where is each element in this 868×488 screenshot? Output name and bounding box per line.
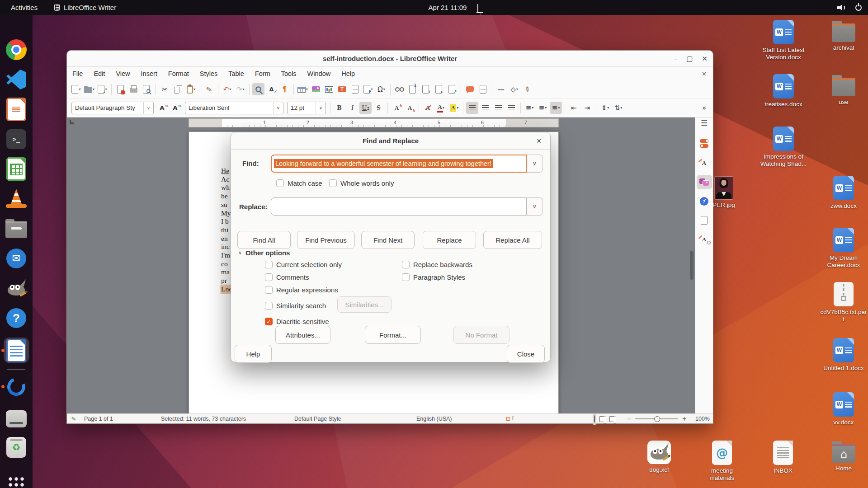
italic-button[interactable]: I [346, 102, 359, 114]
desktop-icon-impressions[interactable]: W Impressions of Watching Shad... [756, 127, 811, 168]
insert-endnote-button[interactable]: i [420, 83, 432, 95]
text-language[interactable]: English (USA) [416, 414, 452, 424]
find-dropdown-icon[interactable]: ∨ [527, 155, 543, 173]
no-format-button[interactable]: No Format [453, 326, 509, 344]
word-count[interactable]: Selected: 11 words, 73 characters [161, 414, 246, 424]
vertical-scrollbar[interactable] [690, 120, 693, 411]
zoom-slider[interactable] [635, 418, 678, 419]
insert-chart-button[interactable] [323, 83, 335, 95]
print-button[interactable] [127, 83, 140, 95]
sidebar-properties-button[interactable] [697, 136, 712, 150]
multi-page-view-button[interactable] [599, 416, 604, 422]
menu-edit[interactable]: Edit [94, 70, 105, 77]
insert-field-button[interactable]: F▾ [362, 83, 374, 95]
dialog-titlebar[interactable]: Find and Replace ✕ [231, 132, 550, 150]
dock-vlc[interactable] [5, 188, 27, 210]
insert-image-button[interactable] [310, 83, 322, 95]
paragraph-styles-checkbox[interactable]: Paragraph Styles [402, 273, 465, 281]
menu-styles[interactable]: Styles [200, 70, 218, 77]
cross-reference-button[interactable]: ↗ [446, 83, 458, 95]
match-case-checkbox[interactable]: Match case [276, 179, 322, 187]
dock-writer[interactable] [5, 340, 27, 361]
redo-button[interactable]: ↷▾ [234, 83, 246, 95]
dock-gimp[interactable] [5, 277, 27, 299]
format-button[interactable]: Format... [365, 326, 421, 344]
desktop-icon-staff-list[interactable]: W Staff List Latest Version.docx [756, 20, 811, 61]
replace-all-button[interactable]: Replace All [483, 231, 542, 249]
desktop-icon-my-dream-career[interactable]: W My Dream Career.docx [816, 228, 868, 269]
justify-button[interactable] [505, 102, 518, 114]
copy-button[interactable] [172, 83, 184, 95]
find-next-button[interactable]: Find Next [361, 231, 415, 249]
special-character-button[interactable]: Ω▾ [375, 83, 387, 95]
outline-list-button[interactable]: ≣▾ [550, 102, 562, 114]
desktop-icon-vv[interactable]: W vv.docx [816, 392, 868, 426]
zoom-percentage[interactable]: 100% [695, 414, 710, 424]
sidebar-navigator-button[interactable] [697, 194, 712, 208]
focused-app-menu[interactable]: LibreOffice Writer [54, 4, 116, 11]
highlight-color-button[interactable]: A▾ [448, 102, 460, 114]
find-input[interactable]: Looking forward to a wonderful semester … [271, 155, 527, 173]
desktop-icon-txt-part[interactable]: cdV7bB5c.txt.part [816, 282, 868, 323]
font-name-combo[interactable]: Liberation Serif ∨ [185, 102, 283, 114]
formatting-marks-button[interactable]: ¶ [278, 83, 291, 95]
desktop-icon-zww[interactable]: W zww.docx [816, 176, 868, 210]
checkbox-box[interactable] [276, 179, 284, 187]
desktop-icon-inbox[interactable]: INBOX [756, 441, 810, 474]
font-size-combo[interactable]: 12 pt ∨ [287, 102, 326, 114]
replace-dropdown-icon[interactable]: ∨ [527, 197, 543, 216]
document-status-icon[interactable]: ✎ [71, 414, 76, 424]
menu-form[interactable]: Form [255, 70, 270, 77]
new-document-button[interactable]: ▾ [70, 83, 82, 95]
checkbox-box[interactable] [265, 273, 273, 281]
dock-show-applications[interactable] [5, 474, 27, 488]
spelling-button[interactable]: A✓ [265, 83, 278, 95]
paste-button[interactable]: ▾ [185, 83, 197, 95]
ordered-list-button[interactable]: ≣▾ [537, 102, 549, 114]
toolbar-overflow-button[interactable]: » [698, 102, 710, 114]
dock-help[interactable]: ? [5, 307, 27, 329]
notification-bell-icon[interactable] [477, 5, 478, 12]
dock-software-updater[interactable] [5, 376, 27, 398]
maximize-button[interactable]: ▢ [686, 55, 693, 63]
sidebar-styles-button[interactable]: A [697, 156, 712, 170]
new-style-button[interactable]: A✎ [169, 102, 181, 114]
desktop-icon-meeting-materials[interactable]: @ meeting materials [695, 441, 749, 482]
export-pdf-button[interactable] [114, 83, 127, 95]
clock-button[interactable]: Apr 21 11:09 [420, 4, 475, 11]
minimize-button[interactable]: – [674, 55, 678, 63]
close-dialog-button[interactable]: Close [507, 345, 545, 363]
menu-help[interactable]: Help [341, 70, 355, 77]
menu-file[interactable]: File [72, 70, 83, 77]
selection-mode-icon[interactable]: I [506, 414, 514, 424]
find-replace-button[interactable] [252, 83, 264, 95]
activities-button[interactable]: Activities [11, 4, 38, 11]
align-left-button[interactable] [466, 102, 478, 114]
menu-insert[interactable]: Insert [141, 70, 157, 77]
zoom-out-icon[interactable]: − [627, 414, 631, 424]
whole-words-checkbox[interactable]: Whole words only [329, 179, 394, 187]
subscript-button[interactable]: Ab [404, 102, 416, 114]
unordered-list-button[interactable]: ≣▾ [524, 102, 536, 114]
other-options-expander[interactable]: ∨ Other options [238, 249, 290, 257]
desktop-icon-treatises[interactable]: W treatises.docx [756, 74, 811, 108]
desktop-icon-home[interactable]: ⌂ Home [816, 441, 868, 472]
replace-input[interactable] [271, 197, 527, 216]
desktop-icon-dog-xcf[interactable]: dog.xcf [632, 441, 686, 474]
menu-table[interactable]: Table [228, 70, 244, 77]
dock-impress[interactable] [5, 99, 27, 120]
dock-vscode[interactable] [5, 69, 27, 90]
close-button[interactable]: ✕ [702, 55, 708, 63]
single-page-view-button[interactable] [593, 413, 596, 425]
menu-tools[interactable]: Tools [281, 70, 297, 77]
clear-formatting-button[interactable]: A [422, 102, 434, 114]
checkbox-box[interactable] [402, 261, 410, 268]
similarity-search-checkbox[interactable]: Similarity search [265, 302, 326, 310]
page-style[interactable]: Default Page Style [294, 414, 341, 424]
desktop-icon-archival[interactable]: archival [816, 20, 868, 52]
insert-table-button[interactable]: ▾ [297, 83, 309, 95]
sidebar-page-button[interactable] [697, 213, 712, 227]
underline-button[interactable]: U▾ [359, 102, 372, 114]
dock-chrome[interactable] [5, 39, 27, 61]
dock-calc[interactable] [5, 158, 27, 180]
